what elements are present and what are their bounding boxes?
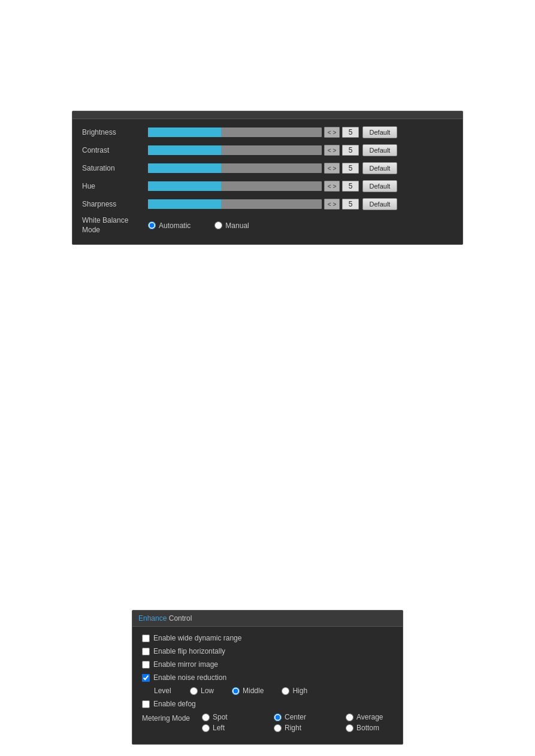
- defog-label: Enable defog: [153, 700, 196, 708]
- ia-slider-track-2[interactable]: [148, 163, 322, 173]
- ia-arrows-3[interactable]: < >: [324, 181, 340, 192]
- ia-slider-container-1: < > 5 Default: [148, 144, 453, 156]
- ia-row-contrast: Contrast < > 5 Default: [82, 144, 453, 156]
- metering-mode-row: Metering Mode Spot Center Average Left R…: [142, 713, 393, 732]
- enhance-checkbox-0[interactable]: [142, 634, 150, 642]
- level-middle-radio[interactable]: [232, 687, 240, 695]
- ia-default-btn-4[interactable]: Default: [362, 198, 397, 210]
- metering-center-option[interactable]: Center: [274, 713, 328, 721]
- ia-slider-fill-0: [148, 127, 221, 137]
- ia-row-hue: Hue < > 5 Default: [82, 180, 453, 192]
- ia-slider-fill-2: [148, 163, 221, 173]
- level-label: Level: [154, 687, 190, 695]
- ia-slider-fill-4: [148, 199, 221, 209]
- metering-spot-radio[interactable]: [202, 714, 210, 721]
- ia-label-4: Sharpness: [82, 200, 148, 208]
- enhance-checkbox-row-3: Enable noise reduction: [142, 673, 393, 682]
- ia-slider-container-3: < > 5 Default: [148, 180, 453, 192]
- ia-slider-track-4[interactable]: [148, 199, 322, 209]
- wb-manual-radio[interactable]: [214, 221, 222, 229]
- enhance-control-header: Enhance Control: [132, 611, 403, 627]
- metering-right-option[interactable]: Right: [274, 724, 328, 732]
- ia-slider-container-4: < > 5 Default: [148, 198, 453, 210]
- enhance-checkbox-row-1: Enable flip horizontally: [142, 647, 393, 655]
- enhance-checkbox-label-3: Enable noise reduction: [153, 673, 226, 682]
- ia-slider-fill-3: [148, 181, 221, 191]
- metering-bottom-radio[interactable]: [346, 724, 353, 732]
- defog-row: Enable defog: [142, 700, 393, 708]
- enhance-title-highlight: Enhance: [138, 614, 167, 623]
- enhance-checkbox-1[interactable]: [142, 648, 150, 655]
- white-balance-row: White BalanceMode Automatic Manual: [82, 216, 453, 235]
- metering-average-option[interactable]: Average: [346, 713, 400, 721]
- level-middle-option[interactable]: Middle: [232, 687, 264, 695]
- enhance-checkbox-label-2: Enable mirror image: [153, 660, 218, 669]
- ia-default-btn-2[interactable]: Default: [362, 162, 397, 174]
- ia-arrows-1[interactable]: < >: [324, 145, 340, 156]
- enhance-title-rest: Control: [167, 614, 192, 623]
- metering-bottom-option[interactable]: Bottom: [346, 724, 400, 732]
- ia-slider-fill-1: [148, 145, 221, 155]
- ia-slider-container-0: < > 5 Default: [148, 126, 453, 138]
- metering-spot-option[interactable]: Spot: [202, 713, 256, 721]
- ia-slider-track-0[interactable]: [148, 127, 322, 137]
- image-appearance-body: Brightness < > 5 Default Contrast < > 5 …: [72, 119, 463, 244]
- level-high-option[interactable]: High: [282, 687, 307, 695]
- ia-row-saturation: Saturation < > 5 Default: [82, 162, 453, 174]
- level-radio-group: Low Middle High: [190, 687, 325, 695]
- enhance-control-panel: Enhance Control Enable wide dynamic rang…: [132, 610, 403, 745]
- ia-slider-track-1[interactable]: [148, 145, 322, 155]
- ia-label-3: Hue: [82, 182, 148, 190]
- ia-slider-container-2: < > 5 Default: [148, 162, 453, 174]
- enhance-body: Enable wide dynamic range Enable flip ho…: [132, 627, 403, 744]
- enhance-checkbox-row-0: Enable wide dynamic range: [142, 634, 393, 642]
- metering-options: Spot Center Average Left Right Bottom: [202, 713, 418, 732]
- level-high-radio[interactable]: [282, 687, 289, 695]
- enhance-checkbox-label-1: Enable flip horizontally: [153, 647, 225, 655]
- enhance-checkbox-label-0: Enable wide dynamic range: [153, 634, 241, 642]
- metering-average-radio[interactable]: [346, 714, 353, 721]
- enhance-checkbox-row-2: Enable mirror image: [142, 660, 393, 669]
- defog-checkbox[interactable]: [142, 700, 150, 708]
- metering-right-radio[interactable]: [274, 724, 282, 732]
- metering-center-radio[interactable]: [274, 714, 282, 721]
- ia-label-2: Saturation: [82, 164, 148, 172]
- ia-arrows-4[interactable]: < >: [324, 199, 340, 210]
- ia-label-0: Brightness: [82, 128, 148, 136]
- wb-automatic-radio[interactable]: [148, 221, 156, 229]
- ia-arrows-0[interactable]: < >: [324, 127, 340, 138]
- ia-default-btn-1[interactable]: Default: [362, 144, 397, 156]
- ia-default-btn-3[interactable]: Default: [362, 180, 397, 192]
- ia-default-btn-0[interactable]: Default: [362, 126, 397, 138]
- image-appearance-panel: Brightness < > 5 Default Contrast < > 5 …: [72, 111, 463, 245]
- ia-value-4: 5: [342, 199, 359, 210]
- ia-arrows-2[interactable]: < >: [324, 163, 340, 174]
- level-low-radio[interactable]: [190, 687, 198, 695]
- image-appearance-header: [72, 111, 463, 119]
- metering-mode-label: Metering Mode: [142, 713, 202, 722]
- wb-automatic-option[interactable]: Automatic: [148, 221, 191, 230]
- enhance-checkbox-2[interactable]: [142, 661, 150, 669]
- metering-row2: Left Right Bottom: [202, 724, 418, 732]
- ia-value-0: 5: [342, 127, 359, 138]
- enhance-checkbox-3[interactable]: [142, 674, 150, 682]
- level-low-option[interactable]: Low: [190, 687, 214, 695]
- wb-manual-option[interactable]: Manual: [214, 221, 249, 230]
- metering-left-radio[interactable]: [202, 724, 210, 732]
- level-row: Level Low Middle High: [154, 687, 393, 695]
- metering-row1: Spot Center Average: [202, 713, 418, 721]
- ia-label-1: Contrast: [82, 146, 148, 154]
- ia-value-1: 5: [342, 145, 359, 156]
- ia-value-3: 5: [342, 181, 359, 192]
- ia-slider-track-3[interactable]: [148, 181, 322, 191]
- white-balance-label: White BalanceMode: [82, 216, 148, 235]
- ia-row-brightness: Brightness < > 5 Default: [82, 126, 453, 138]
- metering-left-option[interactable]: Left: [202, 724, 256, 732]
- ia-value-2: 5: [342, 163, 359, 174]
- ia-row-sharpness: Sharpness < > 5 Default: [82, 198, 453, 210]
